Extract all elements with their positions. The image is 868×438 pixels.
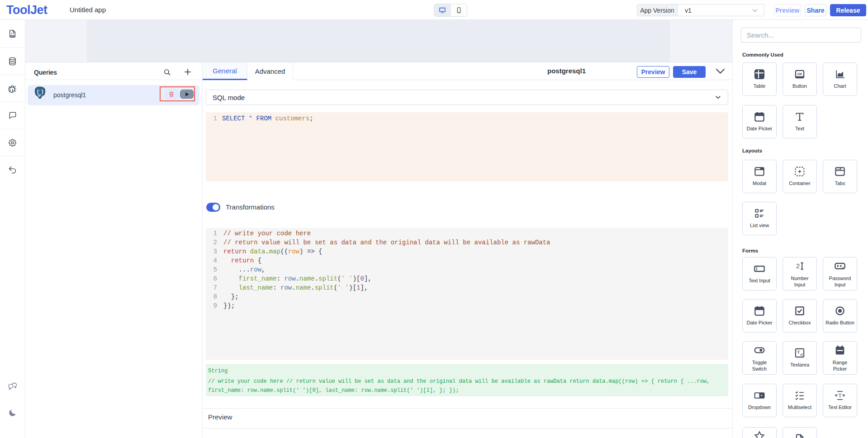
svg-text:2: 2 (796, 262, 800, 270)
svg-text:T: T (797, 350, 800, 354)
svg-text:T: T (838, 392, 842, 399)
svg-text:OK: OK (797, 72, 803, 76)
